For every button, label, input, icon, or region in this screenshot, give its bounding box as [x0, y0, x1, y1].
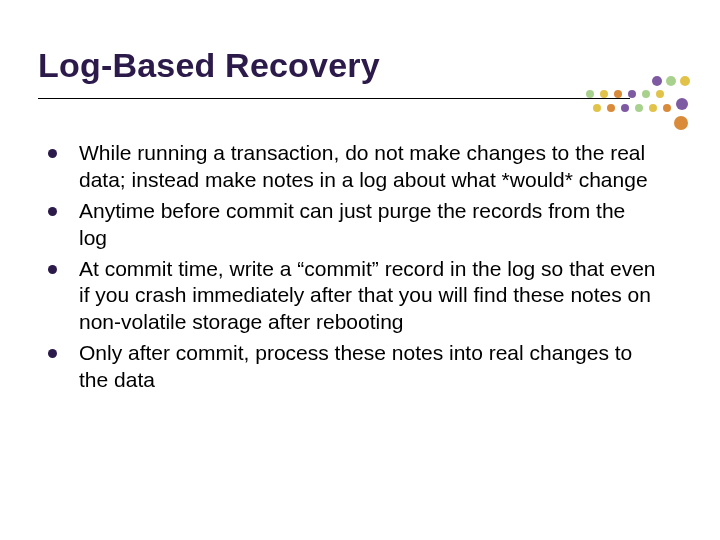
- list-item-text: Only after commit, process these notes i…: [79, 340, 658, 394]
- bullet-icon: [48, 149, 57, 158]
- decor-dot: [635, 104, 643, 112]
- decor-dot: [642, 90, 650, 98]
- decor-dot: [614, 90, 622, 98]
- list-item: At commit time, write a “commit” record …: [48, 256, 658, 337]
- list-item: Only after commit, process these notes i…: [48, 340, 658, 394]
- decor-dot: [593, 104, 601, 112]
- decor-dot: [652, 76, 662, 86]
- list-item-text: Anytime before commit can just purge the…: [79, 198, 658, 252]
- slide-body: While running a transaction, do not make…: [48, 140, 658, 398]
- decor-dot: [674, 116, 688, 130]
- decor-dot: [676, 98, 688, 110]
- list-item: While running a transaction, do not make…: [48, 140, 658, 194]
- decor-dot: [663, 104, 671, 112]
- decorative-dots: [586, 72, 696, 136]
- slide: Log-Based Recovery While running a trans…: [0, 0, 720, 540]
- decor-dot: [607, 104, 615, 112]
- decor-dot: [666, 76, 676, 86]
- list-item-text: At commit time, write a “commit” record …: [79, 256, 658, 337]
- bullet-icon: [48, 349, 57, 358]
- slide-title: Log-Based Recovery: [38, 46, 380, 85]
- decor-dot: [656, 90, 664, 98]
- list-item-text: While running a transaction, do not make…: [79, 140, 658, 194]
- decor-dot: [649, 104, 657, 112]
- bullet-icon: [48, 265, 57, 274]
- decor-dot: [586, 90, 594, 98]
- bullet-icon: [48, 207, 57, 216]
- list-item: Anytime before commit can just purge the…: [48, 198, 658, 252]
- decor-dot: [680, 76, 690, 86]
- decor-dot: [628, 90, 636, 98]
- decor-dot: [621, 104, 629, 112]
- decor-dot: [600, 90, 608, 98]
- title-underline: [38, 98, 630, 99]
